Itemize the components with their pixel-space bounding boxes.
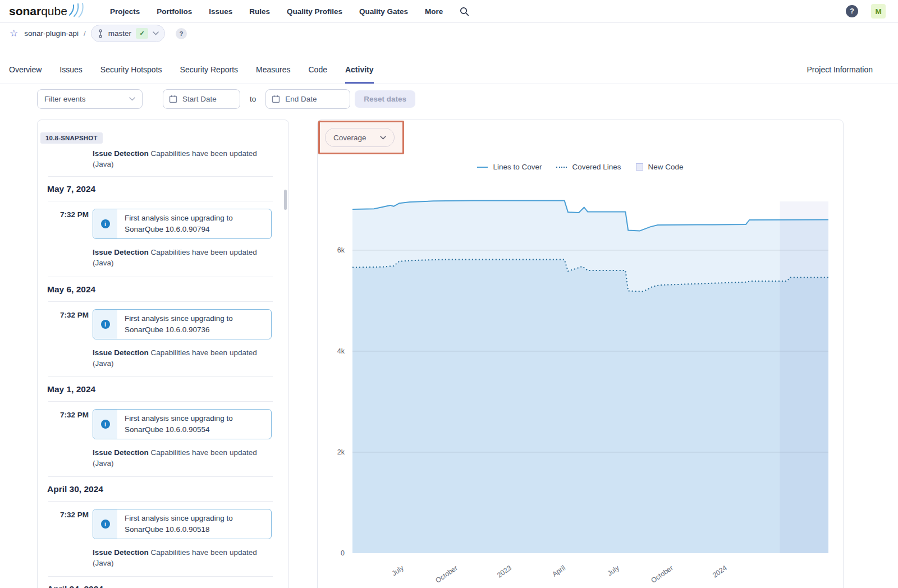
divider xyxy=(48,576,273,577)
x-axis-tick-label: October xyxy=(649,564,674,585)
top-navbar: sonarqube ProjectsPortfoliosIssuesRulesQ… xyxy=(0,0,898,23)
branch-icon xyxy=(97,29,104,38)
breadcrumb: ☆ sonar-plugin-api / master ✓ ? xyxy=(0,23,898,44)
nav-item-quality-profiles[interactable]: Quality Profiles xyxy=(287,7,342,16)
chart-legend: Lines to CoverCovered LinesNew Code xyxy=(318,163,843,171)
event-row: 7:32 PMiFirst analysis since upgrading t… xyxy=(38,209,288,239)
chevron-down-icon xyxy=(153,31,159,35)
nav-right: ? M xyxy=(846,4,886,19)
divider xyxy=(48,501,273,502)
info-icon: i xyxy=(101,420,110,429)
nav-item-issues[interactable]: Issues xyxy=(209,7,232,16)
favorite-star-icon[interactable]: ☆ xyxy=(10,29,18,38)
new-code-region xyxy=(780,201,828,553)
info-icon: i xyxy=(101,219,110,228)
event-card-accent: i xyxy=(93,310,117,339)
coverage-chart[interactable]: 02k4k6kJulyOctober2023AprilJulyOctober20… xyxy=(318,186,844,588)
events-scrollbar-thumb[interactable] xyxy=(284,190,287,210)
nav-item-rules[interactable]: Rules xyxy=(249,7,270,16)
start-date-placeholder: Start Date xyxy=(182,95,217,103)
analysis-event-card[interactable]: iFirst analysis since upgrading to Sonar… xyxy=(93,409,272,439)
event-row: 7:32 PMiFirst analysis since upgrading t… xyxy=(38,409,288,439)
analysis-event-card[interactable]: iFirst analysis since upgrading to Sonar… xyxy=(93,309,272,339)
sonarqube-logo[interactable]: sonarqube xyxy=(9,4,86,18)
event-date-header: April 24, 2024 xyxy=(47,584,288,588)
logo-text-light: qube xyxy=(41,4,67,17)
branch-selector[interactable]: master ✓ xyxy=(91,25,165,42)
legend-square-swatch xyxy=(636,163,643,171)
analysis-event-card[interactable]: iFirst analysis since upgrading to Sonar… xyxy=(93,509,272,539)
legend-item-lines-to-cover[interactable]: Lines to Cover xyxy=(477,163,542,171)
logo-swoosh-icon xyxy=(68,3,86,17)
graph-metric-select[interactable]: Coverage xyxy=(325,128,395,147)
event-card-text: First analysis since upgrading to SonarQ… xyxy=(117,509,261,539)
event-card-accent: i xyxy=(93,509,117,539)
event-time: 7:32 PM xyxy=(38,509,89,539)
end-date-input[interactable]: End Date xyxy=(265,89,350,109)
to-label: to xyxy=(250,95,256,103)
event-note: Issue Detection Capabilities have been u… xyxy=(93,347,265,369)
event-date-header: May 6, 2024 xyxy=(47,284,288,295)
activity-filters: Filter events Start Date to End Date Res… xyxy=(37,89,898,109)
branch-help-icon[interactable]: ? xyxy=(176,28,187,39)
legend-line-swatch xyxy=(477,167,488,168)
branch-name: master xyxy=(108,29,131,38)
breadcrumb-separator: / xyxy=(84,29,86,38)
area-fill-covered-lines xyxy=(352,260,828,553)
legend-label: Covered Lines xyxy=(572,163,621,171)
logo-text-bold: sonar xyxy=(9,4,41,17)
project-name-link[interactable]: sonar-plugin-api xyxy=(24,29,79,38)
legend-label: New Code xyxy=(648,163,684,171)
filter-events-placeholder: Filter events xyxy=(44,95,86,103)
x-axis-tick-label: July xyxy=(606,564,621,578)
event-date-header: April 30, 2024 xyxy=(47,484,288,494)
tab-code[interactable]: Code xyxy=(309,65,327,84)
tab-issues[interactable]: Issues xyxy=(59,65,82,84)
event-time: 7:32 PM xyxy=(38,309,89,339)
event-card-text: First analysis since upgrading to SonarQ… xyxy=(117,410,261,439)
tab-overview[interactable]: Overview xyxy=(9,65,42,84)
reset-dates-button[interactable]: Reset dates xyxy=(355,90,415,108)
nav-item-projects[interactable]: Projects xyxy=(110,7,140,16)
main-nav: ProjectsPortfoliosIssuesRulesQuality Pro… xyxy=(110,7,443,16)
filter-events-select[interactable]: Filter events xyxy=(37,89,143,109)
calendar-icon xyxy=(272,95,280,103)
nav-item-quality-gates[interactable]: Quality Gates xyxy=(359,7,408,16)
legend-label: Lines to Cover xyxy=(493,163,542,171)
event-time: 7:32 PM xyxy=(38,209,89,239)
project-tabs: OverviewIssuesSecurity HotspotsSecurity … xyxy=(9,65,374,84)
tab-security-hotspots[interactable]: Security Hotspots xyxy=(100,65,162,84)
calendar-icon xyxy=(169,95,177,103)
legend-item-new-code[interactable]: New Code xyxy=(636,163,684,171)
project-tabs-bar: OverviewIssuesSecurity HotspotsSecurity … xyxy=(0,44,898,84)
tab-measures[interactable]: Measures xyxy=(256,65,290,84)
nav-item-portfolios[interactable]: Portfolios xyxy=(157,7,192,16)
tab-security-reports[interactable]: Security Reports xyxy=(180,65,238,84)
help-icon[interactable]: ? xyxy=(846,5,858,17)
tab-activity[interactable]: Activity xyxy=(345,65,374,84)
event-card-accent: i xyxy=(93,410,117,439)
nav-item-more[interactable]: More xyxy=(425,7,443,16)
y-axis-tick-label: 2k xyxy=(337,448,345,456)
divider xyxy=(48,277,273,277)
event-date-header: May 7, 2024 xyxy=(47,184,288,194)
graph-metric-value: Coverage xyxy=(333,134,366,142)
avatar[interactable]: M xyxy=(871,4,886,19)
divider xyxy=(48,176,273,177)
x-axis-tick-label: 2024 xyxy=(711,564,729,579)
legend-item-covered-lines[interactable]: Covered Lines xyxy=(556,163,621,171)
project-information-link[interactable]: Project Information xyxy=(807,65,873,84)
event-card-accent: i xyxy=(93,209,117,238)
x-axis-tick-label: July xyxy=(391,564,406,578)
event-note: Issue Detection Capabilities have been u… xyxy=(93,148,265,169)
analysis-event-card[interactable]: iFirst analysis since upgrading to Sonar… xyxy=(93,209,272,239)
search-icon[interactable] xyxy=(460,7,469,16)
divider xyxy=(48,401,273,402)
x-axis-tick-label: 2023 xyxy=(496,564,513,579)
start-date-input[interactable]: Start Date xyxy=(163,89,240,109)
y-axis-tick-label: 6k xyxy=(337,246,345,254)
event-row: 7:32 PMiFirst analysis since upgrading t… xyxy=(38,509,288,539)
chevron-down-icon xyxy=(129,97,135,101)
divider xyxy=(48,476,273,477)
event-note: Issue Detection Capabilities have been u… xyxy=(93,447,265,468)
